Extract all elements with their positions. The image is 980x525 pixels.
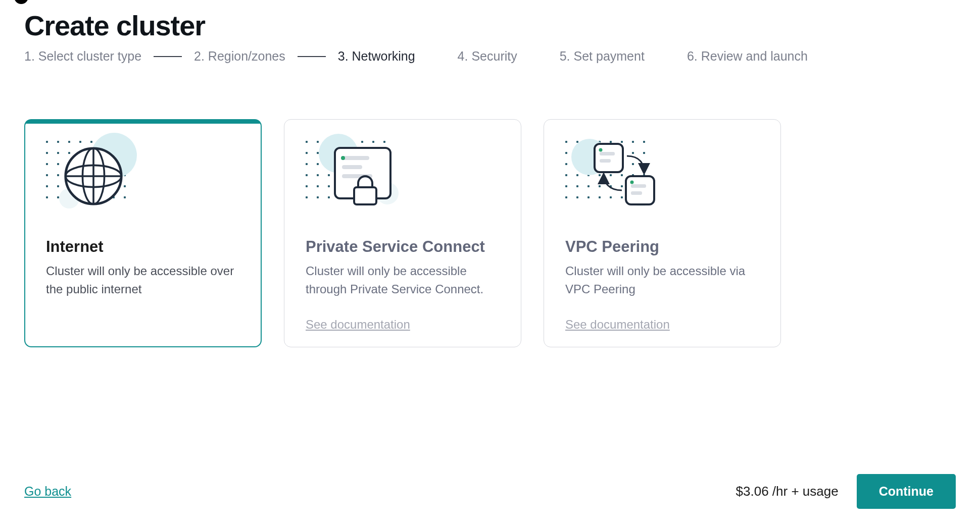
svg-point-14 [599,148,603,152]
svg-rect-15 [626,176,654,204]
svg-rect-7 [342,165,362,169]
svg-rect-10 [354,187,376,204]
option-title: Private Service Connect [306,238,500,256]
step-connector [154,56,182,57]
step-set-payment[interactable]: 5. Set payment [560,49,645,64]
document-lock-icon [327,144,398,209]
option-card-psc[interactable]: Private Service Connect Cluster will onl… [284,119,521,347]
option-title: Internet [46,238,240,256]
networking-options: Internet Cluster will only be accessible… [24,119,956,347]
vpc-illustration [565,137,759,223]
step-select-cluster-type[interactable]: 1. Select cluster type [24,49,141,64]
svg-rect-11 [595,144,623,172]
option-title: VPC Peering [565,238,759,256]
continue-button[interactable]: Continue [857,474,956,509]
svg-point-18 [630,181,634,184]
option-description: Cluster will only be accessible over the… [46,262,240,298]
svg-rect-12 [600,152,615,155]
option-card-vpc-peering[interactable]: VPC Peering Cluster will only be accessi… [544,119,781,347]
psc-illustration [306,137,500,223]
globe-icon [63,146,124,206]
internet-illustration [46,137,240,223]
svg-rect-6 [342,156,369,160]
option-description: Cluster will only be accessible via VPC … [565,262,759,298]
page-title: Create cluster [24,0,956,49]
vpc-peering-icon [579,140,665,211]
step-security[interactable]: 4. Security [458,49,517,64]
step-region-zones[interactable]: 2. Region/zones [194,49,285,64]
step-review-launch[interactable]: 6. Review and launch [687,49,808,64]
see-documentation-link[interactable]: See documentation [306,318,410,332]
step-connector [298,56,326,57]
option-card-internet[interactable]: Internet Cluster will only be accessible… [24,119,262,347]
option-description: Cluster will only be accessible through … [306,262,500,298]
step-networking[interactable]: 3. Networking [338,49,415,64]
see-documentation-link[interactable]: See documentation [565,318,670,332]
go-back-button[interactable]: Go back [24,484,71,499]
stepper: 1. Select cluster type 2. Region/zones 3… [24,49,956,64]
price-summary: $3.06 /hr + usage [736,484,839,499]
svg-rect-13 [600,159,611,163]
svg-point-9 [341,156,345,160]
footer-bar: Go back $3.06 /hr + usage Continue [24,474,956,509]
svg-rect-17 [631,191,642,195]
svg-rect-16 [631,184,646,188]
